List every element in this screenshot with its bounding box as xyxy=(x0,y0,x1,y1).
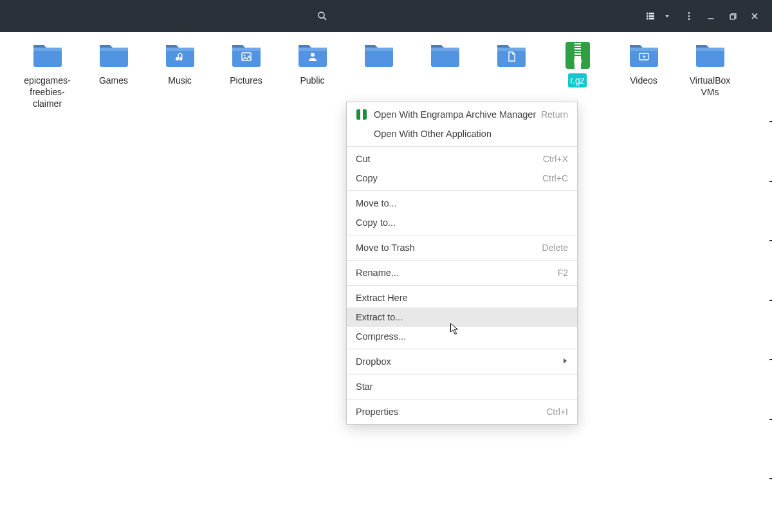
menu-item[interactable]: Compress... xyxy=(347,327,577,346)
item-label: Games xyxy=(97,73,130,87)
more-vert-icon[interactable] xyxy=(683,10,695,22)
folder-icon xyxy=(32,41,63,71)
menu-item-label: Move to... xyxy=(356,198,568,208)
menu-item[interactable]: Move to TrashDelete xyxy=(347,238,577,257)
menu-item-accel: Ctrl+I xyxy=(546,407,568,417)
menu-item-label: Cut xyxy=(356,154,543,164)
menu-item-label: Properties xyxy=(356,407,546,417)
video-icon xyxy=(638,51,650,62)
svg-point-10 xyxy=(688,15,690,17)
menu-item[interactable]: Star xyxy=(347,377,577,396)
svg-rect-32 xyxy=(431,48,459,51)
item-label: Public xyxy=(298,73,326,87)
svg-line-1 xyxy=(324,17,326,20)
titlebar xyxy=(0,0,772,32)
svg-rect-17 xyxy=(33,48,62,51)
folder-item[interactable] xyxy=(414,41,475,111)
svg-rect-2 xyxy=(647,13,648,15)
menu-item-label: Extract Here xyxy=(356,293,568,303)
menu-item-label: Rename... xyxy=(356,268,558,278)
folder-item[interactable]: Pictures xyxy=(216,41,277,111)
folder-icon xyxy=(430,41,461,71)
context-menu: Open With Engrampa Archive ManagerReturn… xyxy=(346,102,578,425)
menu-item-label: Compress... xyxy=(356,331,568,342)
close-icon[interactable] xyxy=(749,10,760,22)
svg-point-11 xyxy=(688,18,690,20)
menu-item-accel: Return xyxy=(541,109,568,120)
menu-item[interactable]: Open With Other Application xyxy=(347,124,577,143)
item-label xyxy=(510,73,513,76)
item-label: epicgames-freebies-claimer xyxy=(17,73,78,111)
person-icon xyxy=(307,51,318,62)
svg-rect-7 xyxy=(649,18,654,20)
menu-item[interactable]: PropertiesCtrl+I xyxy=(347,402,577,421)
menu-item[interactable]: Extract Here xyxy=(347,288,577,307)
chevron-right-icon xyxy=(562,358,568,365)
menu-item-label: Extract to... xyxy=(356,312,568,322)
archive-icon xyxy=(562,41,593,69)
music-icon xyxy=(174,51,186,62)
minimize-icon[interactable] xyxy=(705,10,717,22)
image-icon xyxy=(241,51,252,62)
folder-item[interactable]: epicgames-freebies-claimer xyxy=(17,41,78,111)
menu-separator xyxy=(347,374,577,374)
folder-item[interactable]: Videos xyxy=(613,41,674,111)
menu-item[interactable]: Dropbox xyxy=(347,352,577,371)
svg-point-28 xyxy=(311,53,315,57)
item-label xyxy=(443,73,447,76)
svg-point-25 xyxy=(243,55,245,57)
menu-item-accel: Delete xyxy=(542,243,568,253)
svg-point-0 xyxy=(318,12,324,18)
svg-rect-30 xyxy=(365,48,393,51)
menu-item-accel: Ctrl+C xyxy=(542,173,568,183)
svg-marker-8 xyxy=(665,15,669,18)
svg-marker-38 xyxy=(643,55,646,58)
item-label xyxy=(377,73,381,76)
menu-separator xyxy=(347,285,577,286)
item-label: VirtualBox VMs xyxy=(679,73,740,99)
menu-separator xyxy=(347,349,577,349)
folder-item[interactable]: Public xyxy=(282,41,343,111)
menu-item[interactable]: Rename...F2 xyxy=(347,263,577,282)
folder-item[interactable]: VirtualBox VMs xyxy=(679,41,740,111)
menu-separator xyxy=(347,260,577,261)
svg-rect-5 xyxy=(649,15,654,17)
menu-item[interactable]: Copy to... xyxy=(347,213,577,232)
menu-item-label: Copy to... xyxy=(356,217,568,228)
edge-marks xyxy=(769,121,772,532)
menu-item[interactable]: Open With Engrampa Archive ManagerReturn xyxy=(347,105,577,124)
svg-point-9 xyxy=(688,12,690,14)
item-label: Videos xyxy=(628,73,659,87)
menu-separator xyxy=(347,235,577,235)
restore-icon[interactable] xyxy=(727,10,739,22)
engrampa-icon xyxy=(356,109,367,120)
document-icon xyxy=(506,51,517,62)
folder-icon xyxy=(98,41,129,71)
svg-rect-6 xyxy=(647,18,648,20)
menu-item-label: Open With Other Application xyxy=(374,129,568,139)
menu-item-label: Move to Trash xyxy=(356,243,542,253)
menu-item-label: Open With Engrampa Archive Manager xyxy=(374,109,541,120)
folder-item[interactable]: Games xyxy=(83,41,144,111)
archive-item[interactable]: r.gz xyxy=(547,41,608,111)
menu-item[interactable]: Extract to... xyxy=(347,307,577,327)
view-list-icon[interactable] xyxy=(645,10,656,22)
file-view[interactable]: epicgames-freebies-claimer Games Music P… xyxy=(0,32,772,532)
menu-separator xyxy=(347,399,577,399)
svg-rect-4 xyxy=(647,15,648,17)
folder-item[interactable] xyxy=(348,41,409,111)
svg-rect-3 xyxy=(649,13,654,15)
dropdown-icon[interactable] xyxy=(661,10,673,22)
menu-item[interactable]: CutCtrl+X xyxy=(347,149,577,169)
search-icon[interactable] xyxy=(317,10,328,22)
menu-item[interactable]: CopyCtrl+C xyxy=(347,169,577,188)
menu-item[interactable]: Move to... xyxy=(347,194,577,213)
item-label: r.gz xyxy=(568,73,587,87)
folder-icon xyxy=(695,41,726,71)
svg-rect-40 xyxy=(696,48,724,51)
menu-item-label: Dropbox xyxy=(356,356,562,367)
folder-item[interactable] xyxy=(481,41,542,111)
menu-separator xyxy=(347,146,577,147)
folder-item[interactable]: Music xyxy=(149,41,210,111)
menu-separator xyxy=(347,190,577,191)
